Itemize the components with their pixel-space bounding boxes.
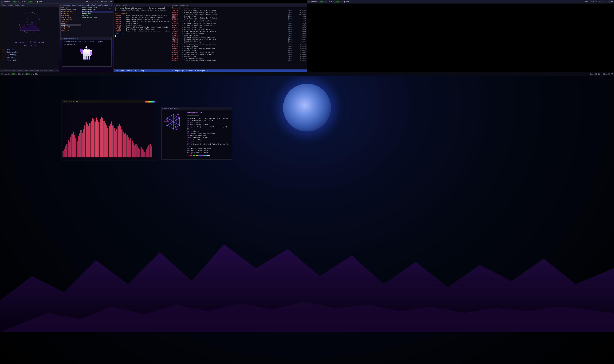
merge-head-line: Head: main Fixed all screenshots to be o…	[115, 7, 170, 9]
dir-item-tomorrow[interactable]: tomorrow-night	[61, 18, 81, 20]
file-panel-title: emmet@snowfire: /home/emmet/.dotfiles/th…	[63, 4, 112, 6]
audio-bar	[115, 131, 116, 157]
audio-bar	[87, 124, 88, 157]
svg-rect-22	[90, 51, 92, 55]
qb-menu-history[interactable]: [S h] [History]	[1, 53, 58, 56]
neofetch-field-row: GPU: AMD ATI Radeon RX 6800M	[187, 147, 230, 150]
magit-log-commit-row: b8b5040•Updated pyprlandEmmet2 weeks	[172, 46, 306, 48]
qb-icon: ◆	[1, 4, 2, 6]
magit-log-commit-row: b00a070•Fixes for waybar and patched cus…	[172, 44, 306, 46]
emacs-magit-log-panel: ◆ emacs — magit-log Commits in --branche…	[171, 3, 307, 72]
magit-log-commit-row: 5af93d2•Testing if auto-cpufreq is syste…	[172, 19, 306, 21]
audio-bar	[82, 133, 83, 157]
file-bg1txt[interactable]: background1.txt	[82, 9, 113, 11]
dir-item-xresource[interactable]: xresource	[61, 30, 81, 32]
dir-item-starwalt[interactable]: starwalt-dark	[61, 16, 81, 18]
top-taskbar-right-items: Sat 2023-11-04 02:13:20 PM	[85, 1, 112, 3]
qb-menu-quickmarks[interactable]: [b] [Quickmarks]	[1, 51, 58, 53]
audio-bar	[77, 142, 78, 157]
pokemon-terminal: ⚡ emmet@snowfire:~ pokemon-colorscripts …	[62, 37, 112, 66]
dir-item-aldhope[interactable]: ald-hope	[61, 7, 81, 9]
dir-item-ubuntu[interactable]: ubuntu	[61, 22, 81, 24]
audio-visualizer-panel: ♪ Audio Visualizer	[62, 100, 156, 160]
qb-menu-closetab[interactable]: [x] [Close tab]	[1, 59, 58, 62]
neofetch-field-row: Host: ASUS COMPUTER INC. G513V	[187, 119, 230, 122]
mem-label: 10%	[24, 1, 27, 3]
emacs-magit-panel: ◆ emacs — magit Head: main Fixed all scr…	[113, 3, 171, 72]
neofetch-field-row: Uptime: 14 hours, 35 mins	[187, 124, 230, 126]
dir-item-woodland[interactable]: woodland	[61, 28, 81, 30]
pokemon-cmd-text: pokemon-colorscripts -n rapidash -f gala…	[63, 41, 103, 42]
dir-item-uwunicorn[interactable]: uwunicorn	[61, 24, 81, 26]
audio-bar	[78, 136, 79, 157]
commits-header: Commits in --branches --remotes	[172, 7, 306, 9]
mountain-svg	[0, 236, 614, 332]
qb-menu-search[interactable]: [o] [Search]	[1, 48, 58, 51]
audio-bar	[130, 138, 131, 157]
audio-bar	[105, 123, 106, 157]
audio-bar	[133, 143, 134, 157]
magit-log-commit-row: e1c7253•I finally got agenda + syncthing…	[172, 38, 306, 40]
file-readmeorg[interactable]: README.org	[82, 13, 113, 14]
recent-commits-header: Recent commits	[115, 12, 170, 14]
magit-log-commit-row: 3fac28d•main gitea/main github/main gith…	[172, 9, 306, 11]
datetime-label: Sat 2023-11-04 02:13:20 PM	[85, 1, 112, 3]
svg-rect-13	[85, 56, 86, 59]
magit-commit-row: a958d60•Removed some bloat	[115, 24, 170, 26]
file-license[interactable]: LICENSE	[82, 14, 113, 16]
load-label2: 100%	[335, 1, 340, 2]
audio-bar	[119, 124, 120, 157]
cpu-label2: 59%	[327, 1, 330, 3]
file-panel-topbar: ⚡ emmet@snowfire: /home/emmet/.dotfiles/…	[61, 4, 113, 7]
neofetch-field-row: Kernel: Linux 6.1	[187, 122, 230, 124]
magit-commit-row: 8700c8d•Fixes flake not building when fl…	[115, 20, 170, 22]
magit-log-commit-row: 7ea321c•Added magit-todosEmmet1 week	[172, 34, 306, 36]
dir-item-bg256[interactable]: background256.txt	[61, 9, 81, 11]
dir-item-twilight[interactable]: twilight	[61, 20, 81, 22]
nixos-logo-svg	[163, 111, 184, 132]
audio-bar	[70, 137, 71, 157]
audio-bar	[91, 121, 92, 157]
load-label: 100%	[28, 1, 33, 2]
neofetch-field-row: Terminal: alacritty	[187, 141, 230, 143]
emacs-log-topbar: ◆ emacs — magit-log	[171, 4, 307, 7]
file-uwuyaml[interactable]: uwunicorn-yt.yaml	[82, 16, 113, 18]
moon-bottom	[283, 84, 331, 131]
svg-rect-16	[83, 59, 84, 60]
dir-item-sel-light[interactable]: selenized-light	[61, 13, 81, 14]
svg-point-36	[172, 121, 174, 123]
bottom-battery: 100%	[11, 73, 15, 75]
audio-panel-topbar: ♪ Audio Visualizer	[62, 100, 156, 103]
battery-indicator: 100%	[13, 1, 17, 2]
top-taskbar-left: ▶ Youtube 100% ■ 59% 10% 100% 1s ■ 11s S…	[0, 0, 113, 3]
audio-bar	[101, 117, 102, 157]
dir-item-win95[interactable]: windows-95	[61, 26, 81, 28]
svg-rect-15	[89, 56, 90, 59]
dir-item-sel-dark[interactable]: selenized-dark	[61, 11, 81, 13]
qb-menu-newtab[interactable]: [t] [New tab]	[1, 56, 58, 59]
extra-stats: 1s ■ 11s	[34, 1, 42, 3]
color-picker	[145, 101, 155, 103]
magit-log-commit-row: 3099559•Updated systemEmmet1 day	[172, 15, 306, 17]
dir-item-spaceduck[interactable]: spaceduck	[61, 14, 81, 16]
neofetch-field-row: Icons: alacritty	[187, 139, 230, 141]
file-bg256txt[interactable]: background256.txt	[82, 7, 113, 9]
svg-rect-6	[84, 49, 85, 50]
neofetch-field-row: DE: Hyprland (Wayland)	[187, 135, 230, 137]
nixos-logo-container	[163, 111, 185, 156]
neofetch-field-row: OS: NixOS 23.11.20231102.fa698ad (Tapir)…	[187, 117, 230, 120]
emacs-log-status: 11k magit-log: .dotfiles 1:0 Top Magit L…	[172, 70, 208, 72]
emacs-log-icon: ◆	[172, 4, 173, 6]
audio-bar	[73, 132, 74, 157]
qb-status-bar: file:///home/emmet/.browser/Tech/config/…	[0, 69, 59, 72]
emacs-icon: ◆	[114, 4, 115, 6]
mem-label2: 10%	[331, 1, 334, 3]
svg-rect-12	[83, 56, 84, 59]
file-polaritytxt[interactable]: polarity.txt	[82, 11, 113, 13]
audio-bar	[80, 130, 82, 157]
magit-log-commit-row: 5d47f18•Getting rid of some electron pkg…	[172, 29, 306, 30]
audio-bar	[146, 149, 147, 157]
audio-bar	[85, 122, 87, 157]
color-block-6	[201, 155, 204, 156]
emacs-log-content: Commits in --branches --remotes 3fac28d•…	[171, 7, 307, 62]
